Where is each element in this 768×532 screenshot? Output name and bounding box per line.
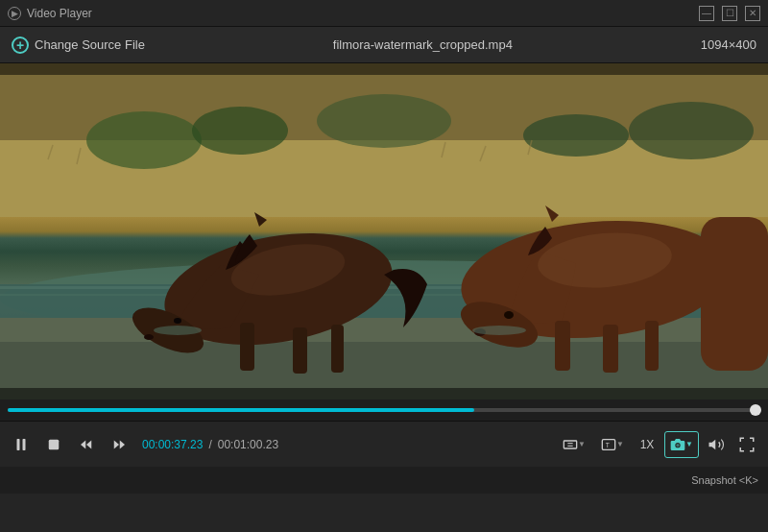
svg-point-25 [504,311,514,319]
rewind-button[interactable] [73,431,100,458]
snapshot-label: Snapshot <K> [691,474,758,486]
svg-rect-38 [0,63,768,75]
svg-point-32 [472,326,526,335]
change-source-button[interactable]: + Change Source File [12,36,145,54]
pause-button[interactable] [8,431,35,458]
resolution-dropdown-arrow: ▼ [578,440,586,448]
svg-point-5 [317,94,451,148]
rewind-icon [78,436,95,453]
svg-rect-39 [0,388,768,399]
volume-icon [708,436,725,453]
time-total: 00:01:00.23 [218,438,278,451]
svg-point-4 [192,107,288,155]
maximize-button[interactable]: ☐ [722,6,737,21]
stop-icon [45,436,62,453]
svg-point-31 [154,326,202,335]
add-icon: + [12,36,29,54]
progress-container [0,399,768,421]
volume-button[interactable] [703,431,730,458]
svg-point-7 [629,102,754,159]
resolution-icon [563,437,578,452]
svg-rect-18 [240,323,254,371]
speed-control[interactable]: 1X [634,431,660,458]
app-icon: ▶ [8,7,21,20]
svg-point-17 [174,318,181,324]
fullscreen-button[interactable] [733,431,760,458]
app-title: Video Player [27,7,92,20]
svg-marker-46 [120,440,125,448]
controls-row: 00:00:37.23 / 00:01:00.23 ▼ T ▼ [0,421,768,467]
svg-rect-29 [701,217,768,371]
video-player [0,63,768,399]
svg-rect-47 [564,441,576,448]
minimize-button[interactable]: — [699,6,714,21]
source-bar: + Change Source File filmora-watermark_c… [0,27,768,63]
step-forward-icon [110,436,128,453]
time-current: 00:00:37.23 [142,438,203,451]
svg-rect-41 [23,439,26,450]
fullscreen-icon [738,436,756,453]
filename-label: filmora-watermark_cropped.mp4 [155,37,691,52]
svg-rect-40 [17,439,20,450]
progress-track[interactable] [8,408,760,412]
snapshot-dropdown-arrow: ▼ [685,440,693,448]
snapshot-button[interactable]: ▼ [664,431,699,458]
subtitle-icon: T [601,437,616,452]
progress-fill [8,408,474,412]
subtitle-dropdown-arrow: ▼ [616,440,624,448]
svg-marker-43 [81,440,85,448]
snapshot-bar: Snapshot <K> [0,467,768,494]
change-source-label: Change Source File [35,37,145,52]
video-content [0,63,768,399]
svg-rect-19 [293,327,307,374]
dimensions-label: 1094×400 [701,37,756,52]
stop-button[interactable] [40,431,67,458]
svg-rect-27 [603,325,618,373]
progress-thumb [750,404,761,416]
titlebar: ▶ Video Player — ☐ ✕ [0,0,768,27]
svg-text:T: T [606,441,610,447]
time-separator: / [208,438,211,451]
bottom-controls: 00:00:37.23 / 00:01:00.23 ▼ T ▼ [0,399,768,532]
svg-point-53 [676,444,679,447]
svg-rect-28 [645,321,659,371]
controls-right: ▼ T ▼ 1X ▼ [557,431,760,458]
resolution-button[interactable]: ▼ [557,431,591,458]
step-forward-button[interactable] [106,431,132,458]
video-frame [0,63,768,399]
svg-marker-54 [709,439,716,449]
camera-icon [670,437,685,452]
svg-marker-45 [114,440,119,448]
svg-point-3 [86,111,202,169]
speed-label: 1X [636,438,659,451]
svg-point-16 [144,334,154,340]
svg-rect-42 [49,439,60,449]
titlebar-left: ▶ Video Player [8,7,92,20]
svg-marker-44 [86,440,91,448]
svg-rect-20 [331,325,344,373]
pause-icon [12,436,30,453]
titlebar-controls: — ☐ ✕ [699,6,760,21]
close-button[interactable]: ✕ [745,6,760,21]
svg-point-6 [523,114,629,157]
subtitle-button[interactable]: T ▼ [595,431,630,458]
svg-rect-26 [555,321,570,371]
